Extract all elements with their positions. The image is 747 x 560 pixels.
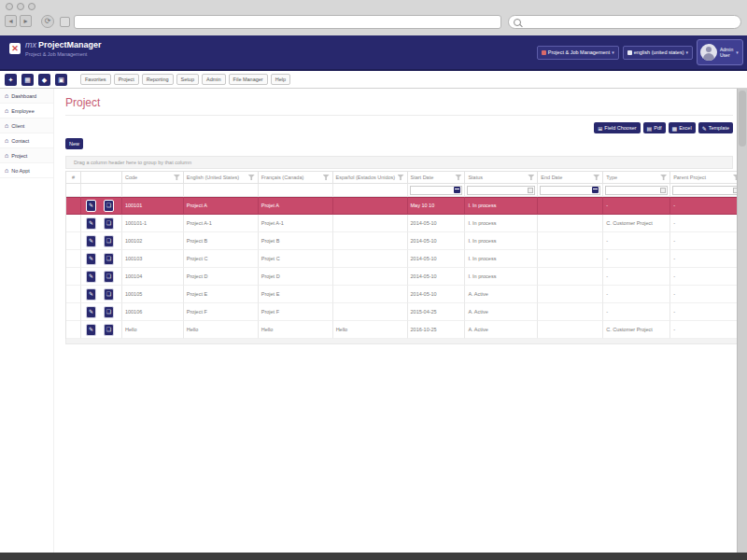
- column-header-code[interactable]: Code: [122, 171, 184, 184]
- tab-help[interactable]: Help: [271, 74, 290, 85]
- table-row[interactable]: ✎❏HelloHelloHelloHello2016-10-25A. Activ…: [66, 321, 743, 339]
- logo: mxProjectManager Project & Job Managemen…: [25, 40, 102, 57]
- filter-input-parent-project[interactable]: [672, 186, 740, 195]
- copy-row-button[interactable]: ❏: [104, 324, 114, 336]
- favorites-icon[interactable]: ◆: [38, 74, 50, 86]
- sidebar-item-no-appt[interactable]: ⌂No Appt: [0, 163, 53, 178]
- filter-input-type[interactable]: [605, 186, 668, 195]
- sidebar-item-employee[interactable]: ⌂Employee: [0, 104, 53, 119]
- edit-row-button[interactable]: ✎: [86, 217, 96, 230]
- filter-icon[interactable]: [593, 175, 599, 180]
- cell-start-date: 2014-05-10: [408, 232, 466, 250]
- cell-fran-ais-canada: Projet A: [259, 197, 333, 215]
- group-panel[interactable]: Drag a column header here to group by th…: [65, 156, 733, 169]
- sidebar-item-contact[interactable]: ⌂Contact: [0, 133, 53, 148]
- pdf-button[interactable]: ▤Pdf: [643, 122, 666, 133]
- user-menu[interactable]: Admin User ▾: [697, 39, 743, 65]
- copy-row-button[interactable]: ❏: [104, 253, 114, 265]
- tab-favorites[interactable]: Favorites: [80, 74, 111, 85]
- column-header-start-date[interactable]: Start Date: [408, 171, 466, 184]
- copy-row-button[interactable]: ❏: [104, 271, 114, 283]
- calendar-icon[interactable]: [454, 187, 460, 193]
- column-header-blank[interactable]: #: [66, 171, 81, 184]
- filter-icon[interactable]: [455, 175, 461, 180]
- search-box[interactable]: [508, 15, 741, 29]
- copy-row-button[interactable]: ❏: [104, 306, 114, 318]
- cell-value: Project F: [187, 309, 207, 315]
- cell-value: A. Active: [468, 327, 487, 332]
- scrollbar-thumb[interactable]: [739, 91, 746, 147]
- apps-icon[interactable]: ▦: [21, 74, 34, 86]
- cell-fran-ais-canada: Hello: [259, 321, 333, 339]
- column-header-parent-project[interactable]: Parent Project: [670, 171, 743, 184]
- edit-row-button[interactable]: ✎: [86, 271, 96, 283]
- filter-icon[interactable]: [528, 175, 534, 180]
- table-row[interactable]: ✎❏100105Project EProjet E2014-05-10A. Ac…: [66, 286, 743, 303]
- pin-icon[interactable]: ✦: [5, 74, 17, 86]
- filter-icon[interactable]: [248, 175, 255, 180]
- table-row[interactable]: ✎❏100101Project AProjet AMay 10 10I. In …: [66, 197, 743, 215]
- table-row[interactable]: ✎❏100106Project FProjet F2015-04-25A. Ac…: [66, 303, 743, 321]
- tab-reporting[interactable]: Reporting: [142, 74, 174, 85]
- edit-row-button[interactable]: ✎: [86, 253, 96, 265]
- column-header-type[interactable]: Type: [603, 171, 670, 184]
- address-bar[interactable]: [74, 15, 501, 29]
- table-row[interactable]: ✎❏100102Project BProjet B2014-05-10I. In…: [66, 232, 743, 250]
- tab-file-manager[interactable]: File Manager: [229, 74, 268, 85]
- window-close-button[interactable]: [6, 3, 13, 10]
- column-header-espa-ol-estados-unidos[interactable]: Español (Estados Unidos): [333, 171, 408, 184]
- calendar-icon[interactable]: [592, 187, 599, 193]
- button-label: Template: [709, 125, 729, 131]
- column-header-status[interactable]: Status: [465, 171, 538, 184]
- search-input[interactable]: [524, 17, 736, 28]
- column-header-fran-ais-canada[interactable]: Français (Canada): [259, 171, 333, 184]
- tab-setup[interactable]: Setup: [176, 74, 199, 85]
- edit-row-button[interactable]: ✎: [86, 235, 96, 247]
- vertical-scrollbar[interactable]: [737, 89, 747, 553]
- excel-button[interactable]: ▦Excel: [669, 122, 696, 133]
- edit-row-button[interactable]: ✎: [86, 288, 96, 301]
- field-chooser-button[interactable]: ⊞Field Chooser: [594, 122, 640, 133]
- edit-row-button[interactable]: ✎: [86, 324, 96, 336]
- window-maximize-button[interactable]: [28, 3, 35, 10]
- copy-row-button[interactable]: ❏: [104, 200, 114, 212]
- reload-button[interactable]: ⟳: [41, 15, 54, 28]
- copy-row-button[interactable]: ❏: [104, 288, 114, 301]
- filter-input-status[interactable]: [467, 186, 535, 195]
- tab-project[interactable]: Project: [114, 74, 139, 85]
- filter-icon[interactable]: [660, 175, 667, 180]
- edit-row-button[interactable]: ✎: [86, 200, 96, 212]
- module-selector[interactable]: Project & Job Management ▾: [537, 46, 619, 60]
- cell-english-united-states: Project A: [184, 197, 259, 215]
- new-button[interactable]: New: [65, 138, 83, 149]
- sidebar-item-client[interactable]: ⌂Client: [0, 119, 53, 133]
- grid-icon[interactable]: ▣: [55, 74, 67, 86]
- filter-options-icon[interactable]: [660, 188, 666, 193]
- column-header-end-date[interactable]: End Date: [538, 171, 603, 184]
- forward-button[interactable]: ▸: [20, 15, 32, 27]
- new-tab-button[interactable]: [60, 17, 70, 27]
- language-selector[interactable]: english (united states) ▾: [623, 46, 693, 60]
- tab-admin[interactable]: Admin: [202, 74, 226, 85]
- table-row[interactable]: ✎❏100103Project CProjet C2014-05-10I. In…: [66, 250, 743, 268]
- table-row[interactable]: ✎❏100101-1Project A-1Projet A-12014-05-1…: [66, 215, 743, 232]
- back-button[interactable]: ◂: [5, 15, 17, 27]
- column-header-english-united-states[interactable]: English (United States): [184, 171, 259, 184]
- table-row[interactable]: ✎❏100104Project DProjet D2014-05-10I. In…: [66, 268, 743, 286]
- copy-row-button[interactable]: ❏: [104, 217, 114, 230]
- excel-icon: ▦: [672, 125, 678, 132]
- edit-row-button[interactable]: ✎: [86, 306, 96, 318]
- sidebar-item-dashboard[interactable]: ⌂Dashboard: [0, 89, 53, 104]
- filter-icon[interactable]: [174, 175, 180, 180]
- filter-icon[interactable]: [398, 175, 404, 180]
- filter-input-end-date[interactable]: [540, 186, 600, 195]
- filter-icon[interactable]: [323, 175, 330, 180]
- filter-options-icon[interactable]: [528, 188, 533, 193]
- cell-fran-ais-canada: Projet E: [259, 286, 333, 303]
- template-button[interactable]: ✎Template: [698, 122, 733, 133]
- copy-row-button[interactable]: ❏: [104, 235, 114, 247]
- sidebar-item-project[interactable]: ⌂Project: [0, 148, 53, 163]
- filter-input-start-date[interactable]: [410, 186, 463, 195]
- cell-fran-ais-canada: Projet C: [259, 250, 333, 268]
- window-minimize-button[interactable]: [17, 3, 24, 10]
